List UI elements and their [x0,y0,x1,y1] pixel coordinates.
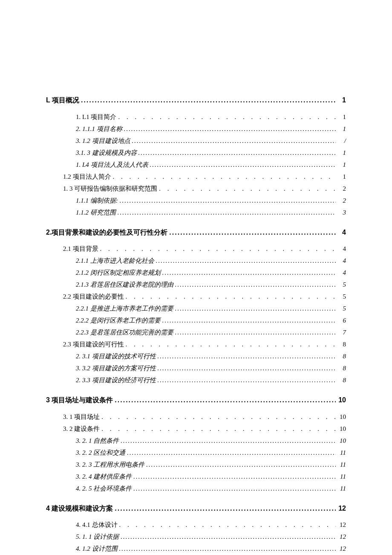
toc-entry-page: 1 [337,124,346,134]
toc-leader-dots: . . . . . . . . . . . . . . . . . . . . … [118,112,336,122]
toc-leader-dots: ........................................… [158,351,336,361]
toc-entry-page: 12 [337,543,346,554]
toc-leader-dots: ........................................… [124,124,336,134]
toc-entry: 3. 1 项目场址. . . . . . . . . . . . . . . .… [63,412,346,422]
toc-entry: 4. 1.2 设计范围.............................… [76,543,346,554]
toc-entry-page: 8 [337,363,346,373]
toc-entry-title: 3. 1.2 项目建设地点 [76,136,130,146]
toc-entry-page: 3 [337,207,346,218]
toc-entry: 2. 3.1 项目建设的技术可行性.......................… [76,351,346,361]
toc-leader-dots: ........................................… [132,136,336,146]
toc-entry-page: 4 [337,267,346,278]
toc-leader-dots: ........................................… [146,459,336,470]
toc-entry: 2.2 项目建设的必要性. . . . . . . . . . . . . . … [63,291,346,302]
toc-entry-page: 10 [337,412,346,422]
toc-entry-page: 5 [337,303,346,314]
toc-entry-page: / [337,136,346,146]
toc-entry-page: 11 [337,483,346,494]
toc-leader-dots: ........................................… [133,483,336,494]
toc-entry-page: 8 [337,339,346,349]
toc-entry: 1.1.2 研究范围..............................… [76,207,346,218]
toc-entry-title: 1. L1 项目简介 [76,112,116,122]
toc-entry-page: 12 [337,532,346,542]
toc-leader-dots: ........................................… [115,395,336,406]
toc-entry-title: 1.1.2 研究范围 [76,207,116,218]
toc-entry-page: 8 [337,375,346,385]
toc-entry: 2.2.3 是君莲居住区功能完善的需要.....................… [76,327,346,337]
toc-entry: 2.1 项目背景. . . . . . . . . . . . . . . . … [63,244,346,254]
toc-entry-page: 11 [337,459,346,470]
toc-entry-page: 2 [337,195,346,206]
toc-entry: 2. 1.1.1 项目名称...........................… [76,124,346,134]
toc-entry-title: L 项目概况 [46,95,79,106]
toc-entry-title: 1. 3 可研报告编制依据和研究范围 [63,183,157,194]
toc-entry: 2.1.2 闵行区制定相应养老规划.......................… [76,267,346,278]
toc-entry: 3.1. 3 建设规模及内容..........................… [76,148,346,158]
toc-entry-page: 11 [337,447,346,458]
toc-leader-dots: . . . . . . . . . . . . . . . . . . . . … [126,291,336,302]
toc-entry: 1. L4 项目法人及法人代表.........................… [76,160,346,170]
toc-entry-title: 2.项目背景和建设的必要性及可行性分析 [46,227,167,238]
toc-entry-page: 5 [337,291,346,302]
toc-page: L 项目概况..................................… [0,0,392,555]
toc-entry: 1.2 项目法人简介. . . . . . . . . . . . . . . … [63,171,346,182]
toc-leader-dots: ........................................… [120,195,336,206]
toc-entry-page: 10 [337,424,346,434]
toc-entry-title: 2.1.3 君莲居住区建设养老院的理由 [76,279,173,290]
toc-entry-title: 2.2.1 是推进上海市养老工作的需要 [76,303,173,314]
toc-entry-page: 2 [337,183,346,194]
toc-entry-page: 4 [337,227,346,238]
toc-entry-page: 6 [337,315,346,325]
toc-leader-dots: . . . . . . . . . . . . . . . . . . . . … [119,520,336,530]
toc-entry-page: 11 [337,471,346,482]
toc-entry: 3. 1.2 项目建设地点...........................… [76,136,346,146]
toc-entry-page: 1 [337,95,346,106]
toc-entry: 1. 3 可研报告编制依据和研究范围. . . . . . . . . . . … [63,183,346,194]
toc-leader-dots: ........................................… [81,95,336,106]
toc-entry: 5. 1. 1 设计依据............................… [76,532,346,542]
toc-entry-title: 2.3 项目建设的可行性 [63,339,124,349]
toc-leader-dots: ........................................… [121,532,336,542]
toc-entry-title: 2. 3.1 项目建设的技术可行性 [76,351,156,361]
toc-entry-title: 3. 2. 2 区位和交通 [76,447,125,458]
toc-leader-dots: . . . . . . . . . . . . . . . . . . . . … [159,183,336,194]
toc-leader-dots: ........................................… [175,303,336,314]
toc-entry-page: 10 [337,436,346,446]
toc-entry: 3. 2. 3 工程用水用电条件........................… [76,459,346,470]
table-of-contents: L 项目概况..................................… [46,95,346,555]
toc-leader-dots: ........................................… [156,256,336,266]
toc-entry-title: 4. 1.2 设计范围 [76,543,118,554]
toc-leader-dots: ........................................… [162,267,336,278]
toc-entry-page: 12 [337,503,346,514]
toc-entry: 2. 3.3 项目建设的经济可行性.......................… [76,375,346,385]
toc-leader-dots: ........................................… [169,227,336,238]
toc-entry-title: 4. 2. 5 社会环境条件 [76,483,132,494]
toc-entry-title: 1.2 项目法人简介 [63,171,111,182]
toc-entry-page: 4 [337,244,346,254]
toc-entry: 3. 2. 1 自然条件............................… [76,436,346,446]
toc-entry: 4. 2. 5 社会环境条件..........................… [76,483,346,494]
toc-entry-title: 2.1 项目背景 [63,244,98,254]
toc-leader-dots: . . . . . . . . . . . . . . . . . . . . … [101,412,336,422]
toc-entry-title: 2.1.2 闵行区制定相应养老规划 [76,267,161,278]
toc-entry-title: 3. 2. 1 自然条件 [76,436,119,446]
toc-entry-page: 10 [337,395,346,406]
toc-leader-dots: ........................................… [162,315,336,325]
toc-entry: 4. 4.1 总体设计. . . . . . . . . . . . . . .… [76,520,346,530]
toc-entry-page: 7 [337,327,346,337]
toc-entry-title: 2. 3.3 项目建设的经济可行性 [76,375,156,385]
toc-entry-title: 2.2.2 是闵行区养老工作的需要 [76,315,161,325]
toc-entry-title: 3 项目场址与建设条件 [46,395,113,406]
toc-leader-dots: . . . . . . . . . . . . . . . . . . . . … [100,244,336,254]
toc-leader-dots: ........................................… [138,148,336,158]
toc-entry-title: 2. 1.1.1 项目名称 [76,124,122,134]
toc-leader-dots: . . . . . . . . . . . . . . . . . . . . … [113,171,336,182]
toc-entry: 1.1.1 编制依据:.............................… [76,195,346,206]
toc-entry: 1. L1 项目简介. . . . . . . . . . . . . . . … [76,112,346,122]
toc-entry: 3. 2. 2 区位和交通...........................… [76,447,346,458]
toc-entry-title: 2.2 项目建设的必要性 [63,291,124,302]
toc-leader-dots: ........................................… [121,436,336,446]
toc-entry: 3 项目场址与建设条件.............................… [46,395,346,406]
toc-leader-dots: ........................................… [175,327,336,337]
toc-entry-page: 1 [337,160,346,170]
